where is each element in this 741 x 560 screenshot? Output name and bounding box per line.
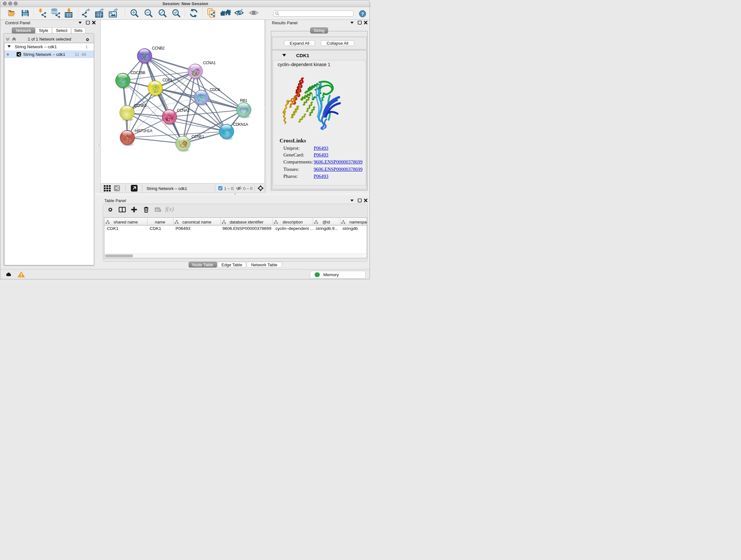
svg-text:CDC25B: CDC25B xyxy=(131,71,145,75)
svg-text:CDKN1A: CDKN1A xyxy=(233,122,248,127)
svg-text:CCNB1: CCNB1 xyxy=(134,104,147,108)
svg-text:CDC6: CDC6 xyxy=(210,87,220,92)
svg-text:CCNB2: CCNB2 xyxy=(152,46,165,51)
svg-text:CCNE1: CCNE1 xyxy=(192,134,204,139)
svg-text:RB1: RB1 xyxy=(240,98,247,103)
svg-text:HIST1H1A: HIST1H1A xyxy=(135,129,152,133)
svg-text:CCNA1: CCNA1 xyxy=(203,61,216,65)
svg-text:CCNA2: CCNA2 xyxy=(177,108,190,113)
svg-text:CDK1: CDK1 xyxy=(162,78,173,82)
